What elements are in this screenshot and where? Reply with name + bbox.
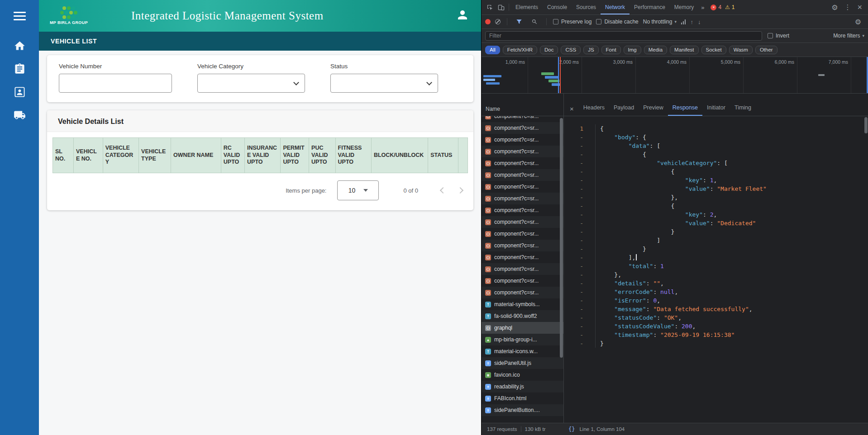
doc-file-icon: ≡ [485,384,491,390]
filter-chip-manifest[interactable]: Manifest [670,46,698,54]
filter-chip-media[interactable]: Media [644,46,667,54]
previous-page-button[interactable] [440,187,446,194]
request-row[interactable]: Tfa-solid-900.woff2 [482,310,563,322]
request-row[interactable]: {}component?c=sr... [482,228,563,240]
request-list-scrollbar[interactable] [559,116,563,423]
filter-chip-js[interactable]: JS [583,46,598,54]
devtools-tab-memory[interactable]: Memory [670,0,698,14]
sidebar-item-agent[interactable] [0,80,39,104]
request-row[interactable]: {}component?c=sr... [482,216,563,228]
detail-tab-headers[interactable]: Headers [579,101,609,116]
request-row[interactable]: ≡readability.js [482,381,563,392]
request-row[interactable]: ≡FABIcon.html [482,392,563,404]
detail-tab-timing[interactable]: Timing [730,101,756,116]
request-row[interactable]: ≡sidePanelButton.... [482,404,563,416]
network-settings-gear-icon[interactable]: ⚙ [855,18,861,26]
request-row[interactable]: {}component?c=sr... [482,204,563,216]
vehicle-number-input[interactable] [59,74,172,93]
request-row[interactable]: ▲mp-birla-group-i... [482,334,563,345]
response-line-content: } [596,227,674,236]
request-row[interactable]: {}component?c=sr... [482,169,563,181]
request-row[interactable]: Tmaterial-symbols... [482,298,563,310]
invert-checkbox[interactable]: Invert [768,33,789,39]
devtools-tab-network[interactable]: Network [601,0,630,14]
filter-funnel-icon[interactable] [516,19,522,25]
name-column-header[interactable]: Name [482,94,563,116]
inspect-element-icon[interactable] [486,4,493,11]
user-avatar-button[interactable] [456,8,469,24]
detail-tab-preview[interactable]: Preview [639,101,668,116]
kebab-menu-icon[interactable]: ⋮ [844,3,851,11]
export-har-icon[interactable]: ↑ [690,19,693,25]
timeline-overview[interactable]: 1,000 ms2,000 ms3,000 ms4,000 ms5,000 ms… [482,57,868,94]
sidebar-item-assignments[interactable] [0,57,39,80]
settings-gear-icon[interactable]: ⚙ [831,3,838,12]
request-row[interactable]: {}component?c=sr... [482,263,563,275]
filter-chip-all[interactable]: All [485,46,500,54]
response-scrollbar[interactable] [864,116,868,423]
detail-tab-payload[interactable]: Payload [609,101,639,116]
request-row[interactable]: {}component?c=sr... [482,146,563,157]
request-row[interactable]: {}graphql [482,322,563,334]
request-row[interactable]: {}component?c=sr... [482,287,563,298]
page-size-select[interactable]: 10 [337,180,379,200]
preserve-log-checkbox[interactable]: Preserve log [553,19,591,25]
request-name: component?c=sr... [494,242,539,249]
error-badge[interactable]: ×4 [711,4,721,10]
menu-button[interactable] [0,0,39,32]
request-row[interactable]: {}component?c=sr... [482,157,563,169]
detail-tab-initiator[interactable]: Initiator [702,101,730,116]
request-row[interactable]: ▦favicon.ico [482,369,563,381]
devtools-tab-sources[interactable]: Sources [572,0,601,14]
filter-chip-css[interactable]: CSS [561,46,581,54]
import-har-icon[interactable]: ↓ [698,19,701,25]
sidebar-item-home[interactable] [0,34,39,57]
request-row[interactable]: Tmaterial-icons.w... [482,345,563,357]
scrollbar-thumb[interactable] [864,117,868,133]
close-devtools-icon[interactable]: × [857,3,862,11]
filter-chip-doc[interactable]: Doc [540,46,558,54]
device-toolbar-icon[interactable] [498,4,505,11]
network-conditions-icon[interactable] [681,19,686,24]
more-tabs-button[interactable]: » [698,4,707,11]
request-row[interactable]: ≡sidePanelUtil.js [482,357,563,369]
filter-chip-wasm[interactable]: Wasm [729,46,753,54]
request-name: component?c=sr... [494,207,539,213]
line-number: - [564,253,596,262]
table-column-header: BLOCK/UNBLOCK [371,138,428,173]
scrollbar-thumb[interactable] [560,118,563,358]
filter-chip-socket[interactable]: Socket [701,46,726,54]
request-row[interactable]: {}component?c=sr... [482,116,563,122]
devtools-tab-console[interactable]: Console [543,0,572,14]
request-row[interactable]: {}component?c=sr... [482,181,563,193]
request-row[interactable]: {}component?c=sr... [482,193,563,204]
request-name: component?c=sr... [494,195,539,202]
more-filters-dropdown[interactable]: More filters ▾ [833,33,864,39]
network-filter-input[interactable] [485,31,762,41]
search-icon[interactable] [531,19,538,25]
record-button[interactable] [485,19,491,24]
line-number: - [564,322,596,331]
devtools-tab-elements[interactable]: Elements [511,0,543,14]
filter-chip-img[interactable]: Img [624,46,641,54]
request-row[interactable]: {}component?c=sr... [482,275,563,287]
filter-chip-font[interactable]: Font [601,46,621,54]
request-row[interactable]: {}component?c=sr... [482,134,563,146]
throttling-dropdown[interactable]: No throttling ▾ [643,19,677,25]
format-button[interactable]: {} [568,426,575,432]
warning-badge[interactable]: ⚠1 [725,4,734,10]
clear-log-button[interactable] [495,19,501,24]
request-row[interactable]: {}component?c=sr... [482,122,563,134]
filter-chip-fetch-xhr[interactable]: Fetch/XHR [503,46,537,54]
disable-cache-checkbox[interactable]: Disable cache [596,19,638,25]
status-select[interactable] [330,74,438,93]
request-row[interactable]: {}component?c=sr... [482,240,563,251]
devtools-tab-performance[interactable]: Performance [630,0,670,14]
close-detail-button[interactable]: × [565,102,579,116]
next-page-button[interactable] [457,187,463,194]
filter-chip-other[interactable]: Other [755,46,777,54]
request-row[interactable]: {}component?c=sr... [482,251,563,263]
vehicle-category-select[interactable] [197,74,305,93]
detail-tab-response[interactable]: Response [668,101,702,116]
sidebar-item-shipping[interactable] [0,104,39,127]
